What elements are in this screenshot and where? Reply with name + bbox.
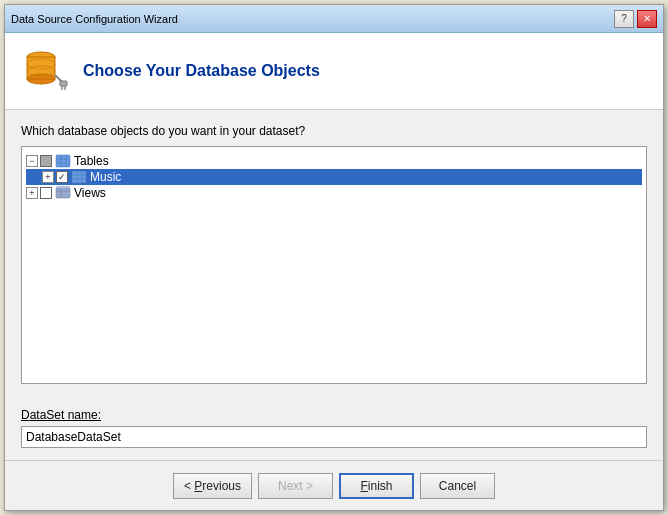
svg-rect-20 <box>56 188 70 198</box>
cancel-label: Cancel <box>439 479 476 493</box>
wizard-window: Data Source Configuration Wizard ? ✕ <box>4 4 664 511</box>
title-bar-controls: ? ✕ <box>614 10 657 28</box>
help-button[interactable]: ? <box>614 10 634 28</box>
title-bar: Data Source Configuration Wizard ? ✕ <box>5 5 663 33</box>
views-icon <box>55 186 71 200</box>
music-label: Music <box>90 170 121 184</box>
dataset-label-rest: ataSet name: <box>30 408 101 422</box>
previous-rest: revious <box>202 479 241 493</box>
header-section: Choose Your Database Objects <box>5 33 663 110</box>
close-button[interactable]: ✕ <box>637 10 657 28</box>
views-checkbox[interactable] <box>40 187 52 199</box>
tables-label: Tables <box>74 154 109 168</box>
cancel-button[interactable]: Cancel <box>420 473 495 499</box>
tree-item-tables[interactable]: − Tables <box>26 153 642 169</box>
next-button[interactable]: Next > <box>258 473 333 499</box>
tree-box[interactable]: − Tables <box>21 146 647 384</box>
music-table-icon <box>71 170 87 184</box>
tables-checkbox[interactable] <box>40 155 52 167</box>
svg-rect-15 <box>72 171 86 183</box>
main-section: Which database objects do you want in yo… <box>5 110 663 398</box>
finish-rest: inish <box>368 479 393 493</box>
dataset-input[interactable] <box>21 426 647 448</box>
tables-expander[interactable]: − <box>26 155 38 167</box>
wizard-title: Choose Your Database Objects <box>83 62 320 80</box>
dataset-label-underline: D <box>21 408 30 422</box>
title-bar-text: Data Source Configuration Wizard <box>11 13 178 25</box>
music-expander[interactable]: + <box>42 171 54 183</box>
next-label: Next > <box>278 479 313 493</box>
previous-button[interactable]: < Previous <box>173 473 252 499</box>
views-label: Views <box>74 186 106 200</box>
svg-rect-10 <box>56 155 70 167</box>
svg-rect-7 <box>60 81 67 86</box>
tables-icon <box>55 154 71 168</box>
question-label: Which database objects do you want in yo… <box>21 124 647 138</box>
music-checkbox[interactable] <box>56 171 68 183</box>
finish-underline: F <box>361 479 368 493</box>
previous-underline: P <box>194 479 202 493</box>
footer-section: < Previous Next > Finish Cancel <box>5 460 663 510</box>
finish-button[interactable]: Finish <box>339 473 414 499</box>
content-area: Choose Your Database Objects Which datab… <box>5 33 663 510</box>
views-expander[interactable]: + <box>26 187 38 199</box>
database-icon <box>21 47 69 95</box>
tree-item-music[interactable]: + Music <box>26 169 642 185</box>
tree-item-views[interactable]: + Views <box>26 185 642 201</box>
dataset-label: DataSet name: <box>21 408 647 422</box>
dataset-section: DataSet name: <box>5 398 663 460</box>
